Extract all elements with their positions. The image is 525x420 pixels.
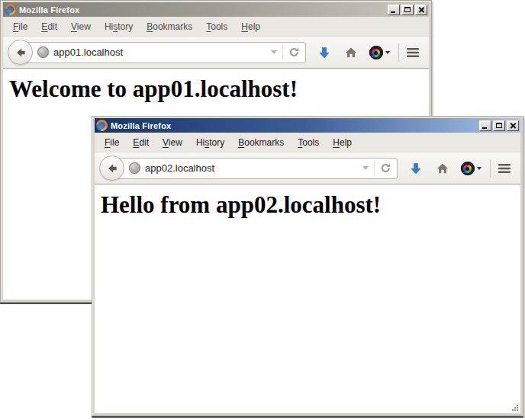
page-heading: Welcome to app01.localhost! xyxy=(9,75,429,103)
back-button[interactable] xyxy=(8,40,33,65)
menu-help[interactable]: Help xyxy=(326,134,359,151)
page-content: Hello from app02.localhost! xyxy=(95,184,520,413)
menu-edit[interactable]: Edit xyxy=(126,134,156,151)
urlbar-dropdown-icon[interactable] xyxy=(362,166,369,170)
firefox-logo-icon xyxy=(5,4,16,15)
maximize-button[interactable] xyxy=(493,120,505,131)
menu-file[interactable]: File xyxy=(6,18,34,35)
close-button[interactable] xyxy=(507,120,519,131)
window-title: Mozilla Firefox xyxy=(111,121,171,130)
menu-help[interactable]: Help xyxy=(234,18,267,35)
downloads-button[interactable] xyxy=(317,46,331,59)
menu-bookmarks[interactable]: Bookmarks xyxy=(231,134,291,151)
home-button[interactable] xyxy=(436,162,449,175)
reload-button[interactable] xyxy=(380,162,391,174)
reload-icon xyxy=(288,46,300,58)
url-bar[interactable]: app02.localhost xyxy=(111,158,398,179)
close-button[interactable] xyxy=(415,5,427,15)
menu-bar: File Edit View History Bookmarks Tools H… xyxy=(3,17,429,37)
navigation-toolbar: app01.localhost xyxy=(3,37,429,69)
minimize-icon xyxy=(482,127,487,129)
browser-window-app02[interactable]: Mozilla Firefox File Edit View History B… xyxy=(92,116,523,416)
dropdown-caret-icon xyxy=(385,51,390,54)
extension-colorwheel-button[interactable] xyxy=(369,46,390,59)
toolbar-separator xyxy=(398,43,399,62)
site-identity-globe-icon[interactable] xyxy=(129,162,140,174)
color-wheel-icon xyxy=(461,162,475,175)
hamburger-icon xyxy=(498,162,513,175)
maximize-icon xyxy=(496,123,502,128)
minimize-button[interactable] xyxy=(479,120,491,131)
maximize-button[interactable] xyxy=(401,5,414,15)
home-icon xyxy=(436,162,449,175)
hamburger-menu-button[interactable] xyxy=(498,162,513,175)
window-controls xyxy=(388,5,427,15)
home-icon xyxy=(344,46,358,59)
home-button[interactable] xyxy=(344,46,358,59)
urlbar-dropdown-icon[interactable] xyxy=(271,50,277,54)
desktop: Mozilla Firefox File Edit View History B… xyxy=(0,0,525,420)
extension-colorwheel-button[interactable] xyxy=(461,162,482,175)
window-title: Mozilla Firefox xyxy=(19,5,79,14)
urlbar-separator xyxy=(374,162,375,175)
url-text[interactable]: app02.localhost xyxy=(145,162,214,174)
back-button[interactable] xyxy=(99,155,124,181)
downloads-button[interactable] xyxy=(409,162,423,175)
maximize-icon xyxy=(404,7,411,12)
hamburger-icon xyxy=(406,46,421,59)
toolbar-separator xyxy=(490,159,491,178)
urlbar-separator xyxy=(282,46,283,59)
download-arrow-icon xyxy=(317,46,331,59)
reload-button[interactable] xyxy=(288,46,300,58)
site-identity-globe-icon[interactable] xyxy=(37,46,49,58)
dropdown-caret-icon xyxy=(477,167,482,170)
window-controls xyxy=(479,120,519,131)
page-heading: Hello from app02.localhost! xyxy=(101,191,520,219)
reload-icon xyxy=(380,162,391,174)
menu-bookmarks[interactable]: Bookmarks xyxy=(140,18,199,35)
menu-history[interactable]: History xyxy=(189,134,231,151)
back-arrow-icon xyxy=(106,162,118,175)
menu-tools[interactable]: Tools xyxy=(199,18,234,35)
url-bar[interactable]: app01.localhost xyxy=(20,42,306,63)
menu-history[interactable]: History xyxy=(98,18,140,35)
menu-view[interactable]: View xyxy=(156,134,189,151)
menu-view[interactable]: View xyxy=(64,18,98,35)
navigation-toolbar: app02.localhost xyxy=(95,152,520,184)
minimize-button[interactable] xyxy=(388,5,400,15)
url-text[interactable]: app01.localhost xyxy=(53,46,123,58)
firefox-logo-icon xyxy=(96,120,108,131)
menu-file[interactable]: File xyxy=(98,134,126,151)
titlebar[interactable]: Mozilla Firefox xyxy=(95,118,520,133)
menu-edit[interactable]: Edit xyxy=(34,18,64,35)
menu-bar: File Edit View History Bookmarks Tools H… xyxy=(95,133,520,152)
titlebar[interactable]: Mozilla Firefox xyxy=(3,2,429,17)
resize-grip[interactable] xyxy=(511,404,519,412)
back-arrow-icon xyxy=(14,46,27,59)
menu-tools[interactable]: Tools xyxy=(291,134,326,151)
download-arrow-icon xyxy=(409,162,423,175)
minimize-icon xyxy=(391,11,395,13)
color-wheel-icon xyxy=(369,46,383,59)
hamburger-menu-button[interactable] xyxy=(406,46,421,59)
